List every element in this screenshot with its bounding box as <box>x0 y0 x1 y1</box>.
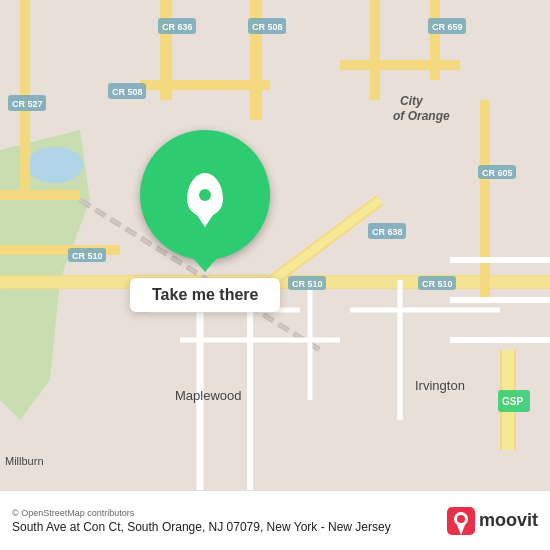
svg-text:Irvington: Irvington <box>415 378 465 393</box>
green-pin-circle[interactable] <box>140 130 270 260</box>
bottom-left-info: © OpenStreetMap contributors South Ave a… <box>12 508 391 534</box>
svg-point-3 <box>27 147 83 183</box>
svg-point-61 <box>457 515 465 523</box>
svg-text:CR 605: CR 605 <box>482 168 513 178</box>
svg-text:CR 510: CR 510 <box>72 251 103 261</box>
svg-rect-16 <box>340 60 460 70</box>
osm-credit: © OpenStreetMap contributors <box>12 508 391 518</box>
pin-dot <box>199 189 211 201</box>
svg-text:CR 508: CR 508 <box>252 22 283 32</box>
moovit-text: moovit <box>479 510 538 531</box>
take-me-there-overlay[interactable]: Take me there <box>130 130 280 312</box>
moovit-logo: moovit <box>447 507 538 535</box>
svg-text:CR 508: CR 508 <box>112 87 143 97</box>
svg-text:CR 510: CR 510 <box>422 279 453 289</box>
svg-text:Maplewood: Maplewood <box>175 388 242 403</box>
location-pin <box>187 173 223 217</box>
svg-text:CR 527: CR 527 <box>12 99 43 109</box>
address-text: South Ave at Con Ct, South Orange, NJ 07… <box>12 520 391 534</box>
map-container: CR 636 CR 508 CR 527 CR 508 CR 659 City … <box>0 0 550 490</box>
svg-rect-14 <box>480 100 490 300</box>
svg-text:CR 636: CR 636 <box>162 22 193 32</box>
svg-text:CR 510: CR 510 <box>292 279 323 289</box>
svg-text:of Orange: of Orange <box>393 109 450 123</box>
svg-rect-12 <box>0 190 80 200</box>
svg-text:GSP: GSP <box>502 396 523 407</box>
svg-rect-10 <box>140 80 270 90</box>
svg-text:City: City <box>400 94 424 108</box>
svg-text:CR 638: CR 638 <box>372 227 403 237</box>
moovit-icon <box>447 507 475 535</box>
bottom-bar: © OpenStreetMap contributors South Ave a… <box>0 490 550 550</box>
svg-text:CR 659: CR 659 <box>432 22 463 32</box>
take-me-there-button[interactable]: Take me there <box>130 278 280 312</box>
svg-rect-17 <box>370 0 380 100</box>
svg-text:Millburn: Millburn <box>5 455 44 467</box>
